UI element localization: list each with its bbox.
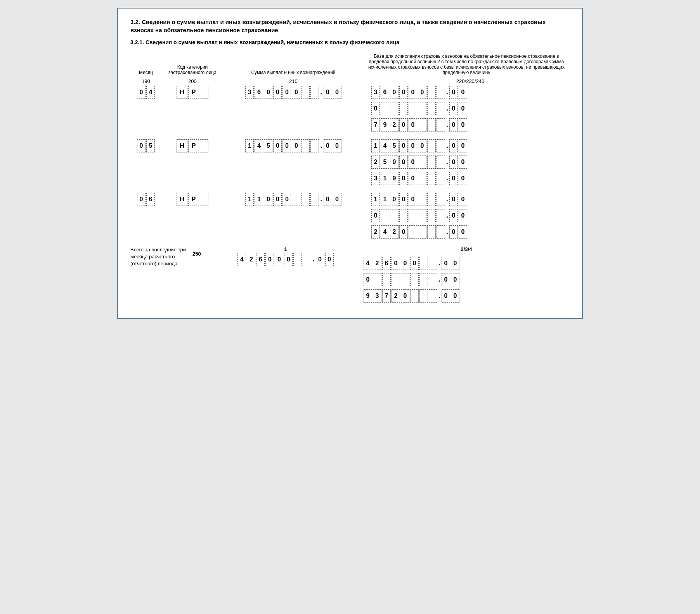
decimal-cell: 0 bbox=[449, 172, 458, 185]
decimal-dot: . bbox=[446, 209, 448, 222]
fieldnum-210: 210 bbox=[224, 78, 363, 84]
code-cell: Р bbox=[188, 193, 199, 206]
code-col: НР bbox=[161, 193, 224, 206]
input-cell: 0 bbox=[273, 193, 282, 206]
section-title: 3.2. Сведения о сумме выплат и иных возн… bbox=[130, 18, 570, 34]
input-cell: 3 bbox=[373, 289, 381, 303]
input-cell: 0 bbox=[292, 86, 300, 99]
input-cell: 0 bbox=[409, 172, 417, 185]
input-cell bbox=[427, 102, 436, 115]
input-cell bbox=[429, 289, 437, 303]
input-cell bbox=[427, 118, 436, 131]
cell-group: 360000.00 bbox=[371, 86, 468, 99]
decimal-cell: 0 bbox=[459, 86, 467, 99]
code-cell: Н bbox=[177, 193, 187, 206]
cell-group: 0.00 bbox=[363, 273, 460, 286]
base-row: 11000.00 bbox=[371, 193, 468, 206]
input-cell: 4 bbox=[364, 257, 372, 270]
cell-group: 426000.00 bbox=[237, 253, 334, 266]
cell-group: 145000.00 bbox=[245, 139, 341, 152]
base-row: 0.00 bbox=[371, 102, 468, 115]
decimal-cell: 0 bbox=[449, 209, 458, 222]
input-cell bbox=[310, 86, 319, 99]
input-cell bbox=[437, 139, 445, 152]
month-cell: 0 bbox=[137, 86, 146, 99]
input-cell: 2 bbox=[373, 257, 381, 270]
input-cell: 0 bbox=[409, 86, 417, 99]
page-container: 3.2. Сведения о сумме выплат и иных возн… bbox=[117, 8, 583, 319]
input-cell bbox=[437, 209, 445, 222]
input-cell bbox=[301, 193, 310, 206]
base-row: 2420.00 bbox=[371, 225, 468, 239]
input-cell: 6 bbox=[381, 86, 389, 99]
month-cell-group: 04 bbox=[137, 86, 155, 99]
input-cell bbox=[418, 172, 426, 185]
fieldnum-200: 200 bbox=[161, 78, 224, 84]
input-cell bbox=[437, 225, 445, 239]
month-cell: 4 bbox=[146, 86, 155, 99]
decimal-cell: 0 bbox=[449, 102, 458, 115]
input-cell: 3 bbox=[371, 86, 380, 99]
input-cell: 0 bbox=[392, 257, 400, 270]
base-col: 145000.0025000.0031900.00 bbox=[363, 139, 570, 185]
code-cell bbox=[200, 193, 208, 206]
cell-group: 11000.00 bbox=[245, 193, 341, 206]
cell-group: 0.00 bbox=[371, 102, 468, 115]
input-cell: 0 bbox=[399, 118, 408, 131]
input-cell bbox=[427, 193, 436, 206]
input-cell bbox=[301, 86, 310, 99]
decimal-cell: 0 bbox=[451, 257, 459, 270]
input-cell: 6 bbox=[255, 86, 263, 99]
code-cell: Р bbox=[188, 139, 199, 152]
decimal-dot: . bbox=[446, 139, 448, 152]
input-cell: 0 bbox=[410, 257, 419, 270]
base-row: 79200.00 bbox=[371, 118, 468, 131]
input-cell bbox=[418, 225, 426, 239]
code-cell-group: НР bbox=[176, 193, 209, 206]
decimal-dot: . bbox=[446, 156, 448, 169]
input-cell: 1 bbox=[245, 193, 254, 206]
input-cell: 4 bbox=[237, 253, 246, 266]
input-cell bbox=[418, 193, 426, 206]
decimal-cell: 0 bbox=[459, 209, 467, 222]
input-cell bbox=[437, 193, 445, 206]
header-sum: Сумма выплат и иных вознаграждений bbox=[224, 70, 363, 75]
decimal-cell: 0 bbox=[459, 225, 467, 239]
input-cell bbox=[382, 273, 391, 286]
input-cell bbox=[410, 289, 419, 303]
total-base-row: 0.00 bbox=[363, 273, 460, 286]
input-cell: 4 bbox=[381, 139, 389, 152]
input-cell: 0 bbox=[273, 139, 282, 152]
code-cell: Н bbox=[177, 139, 187, 152]
input-cell: 9 bbox=[381, 118, 389, 131]
input-cell bbox=[418, 102, 426, 115]
input-cell: 5 bbox=[264, 139, 272, 152]
total-label: Всего за последние три месяца расчетного… bbox=[130, 246, 192, 268]
table-row: 05НР145000.00145000.0025000.0031900.00 bbox=[130, 139, 570, 185]
decimal-dot: . bbox=[438, 289, 440, 303]
decimal-cell: 0 bbox=[459, 139, 467, 152]
input-cell: 0 bbox=[264, 86, 272, 99]
input-cell bbox=[293, 253, 302, 266]
total-base-col: 2/3/4 426000.000.0093720.00 bbox=[355, 246, 570, 306]
total-base-row: 426000.00 bbox=[363, 257, 460, 270]
input-cell bbox=[418, 118, 426, 131]
input-cell bbox=[427, 139, 436, 152]
input-cell: 1 bbox=[245, 139, 254, 152]
sum-col: 360000.00 bbox=[224, 86, 363, 99]
cell-group: 360000.00 bbox=[245, 86, 341, 99]
decimal-cell: 0 bbox=[442, 289, 450, 303]
input-cell: 0 bbox=[418, 139, 426, 152]
input-cell: 0 bbox=[399, 193, 408, 206]
header-month: Месяц bbox=[130, 70, 161, 75]
data-rows: 04НР360000.00360000.000.0079200.0005НР14… bbox=[130, 86, 570, 239]
code-cell: Н bbox=[177, 86, 187, 99]
input-cell: 0 bbox=[282, 86, 291, 99]
input-cell bbox=[427, 156, 436, 169]
input-cell: 1 bbox=[255, 193, 263, 206]
cell-group: 93720.00 bbox=[363, 289, 460, 303]
input-cell bbox=[418, 156, 426, 169]
input-cell bbox=[437, 118, 445, 131]
input-cell: 0 bbox=[409, 193, 417, 206]
input-cell: 0 bbox=[371, 209, 380, 222]
